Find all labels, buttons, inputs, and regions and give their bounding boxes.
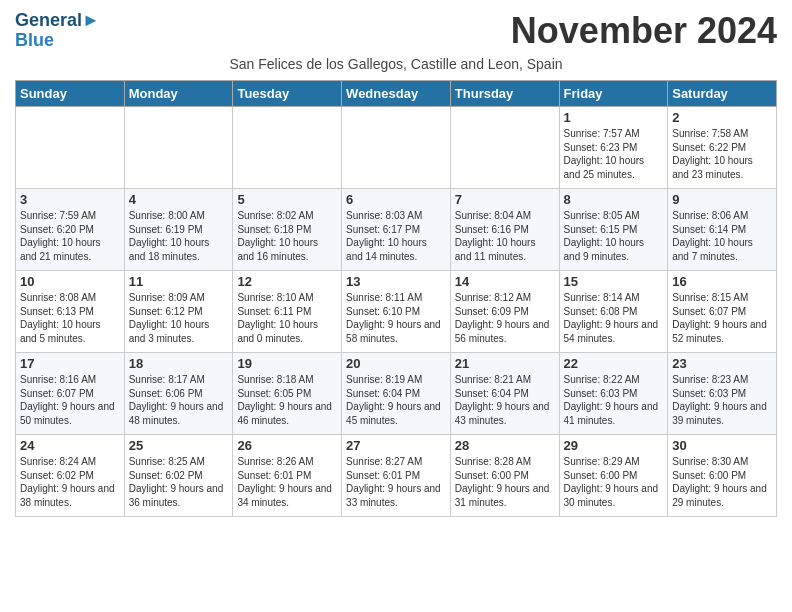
- calendar-cell: 29Sunrise: 8:29 AM Sunset: 6:00 PM Dayli…: [559, 435, 668, 517]
- calendar-table: SundayMondayTuesdayWednesdayThursdayFrid…: [15, 80, 777, 517]
- calendar-cell: 3Sunrise: 7:59 AM Sunset: 6:20 PM Daylig…: [16, 189, 125, 271]
- calendar-week-3: 17Sunrise: 8:16 AM Sunset: 6:07 PM Dayli…: [16, 353, 777, 435]
- day-info: Sunrise: 8:04 AM Sunset: 6:16 PM Dayligh…: [455, 209, 555, 263]
- calendar-cell: 20Sunrise: 8:19 AM Sunset: 6:04 PM Dayli…: [342, 353, 451, 435]
- day-number: 29: [564, 438, 664, 453]
- calendar-cell: 24Sunrise: 8:24 AM Sunset: 6:02 PM Dayli…: [16, 435, 125, 517]
- day-info: Sunrise: 8:06 AM Sunset: 6:14 PM Dayligh…: [672, 209, 772, 263]
- day-number: 3: [20, 192, 120, 207]
- calendar-page: General► Blue November 2024 San Felices …: [0, 0, 792, 532]
- day-info: Sunrise: 8:16 AM Sunset: 6:07 PM Dayligh…: [20, 373, 120, 427]
- day-number: 19: [237, 356, 337, 371]
- calendar-cell: 16Sunrise: 8:15 AM Sunset: 6:07 PM Dayli…: [668, 271, 777, 353]
- day-info: Sunrise: 7:58 AM Sunset: 6:22 PM Dayligh…: [672, 127, 772, 181]
- day-info: Sunrise: 7:59 AM Sunset: 6:20 PM Dayligh…: [20, 209, 120, 263]
- calendar-cell: 10Sunrise: 8:08 AM Sunset: 6:13 PM Dayli…: [16, 271, 125, 353]
- calendar-cell: 26Sunrise: 8:26 AM Sunset: 6:01 PM Dayli…: [233, 435, 342, 517]
- weekday-header-row: SundayMondayTuesdayWednesdayThursdayFrid…: [16, 81, 777, 107]
- day-number: 25: [129, 438, 229, 453]
- day-number: 10: [20, 274, 120, 289]
- day-number: 5: [237, 192, 337, 207]
- calendar-cell: 27Sunrise: 8:27 AM Sunset: 6:01 PM Dayli…: [342, 435, 451, 517]
- month-title: November 2024: [511, 10, 777, 52]
- subtitle: San Felices de los Gallegos, Castille an…: [15, 56, 777, 72]
- calendar-cell: 21Sunrise: 8:21 AM Sunset: 6:04 PM Dayli…: [450, 353, 559, 435]
- weekday-header-saturday: Saturday: [668, 81, 777, 107]
- day-number: 7: [455, 192, 555, 207]
- day-info: Sunrise: 8:17 AM Sunset: 6:06 PM Dayligh…: [129, 373, 229, 427]
- day-info: Sunrise: 8:03 AM Sunset: 6:17 PM Dayligh…: [346, 209, 446, 263]
- day-number: 23: [672, 356, 772, 371]
- day-number: 17: [20, 356, 120, 371]
- logo: General► Blue: [15, 11, 100, 51]
- calendar-cell: 11Sunrise: 8:09 AM Sunset: 6:12 PM Dayli…: [124, 271, 233, 353]
- day-number: 4: [129, 192, 229, 207]
- calendar-cell: 25Sunrise: 8:25 AM Sunset: 6:02 PM Dayli…: [124, 435, 233, 517]
- day-info: Sunrise: 8:23 AM Sunset: 6:03 PM Dayligh…: [672, 373, 772, 427]
- day-info: Sunrise: 8:09 AM Sunset: 6:12 PM Dayligh…: [129, 291, 229, 345]
- day-number: 21: [455, 356, 555, 371]
- day-info: Sunrise: 8:15 AM Sunset: 6:07 PM Dayligh…: [672, 291, 772, 345]
- calendar-cell: [450, 107, 559, 189]
- calendar-cell: 28Sunrise: 8:28 AM Sunset: 6:00 PM Dayli…: [450, 435, 559, 517]
- weekday-header-wednesday: Wednesday: [342, 81, 451, 107]
- logo-blue: Blue: [15, 31, 100, 51]
- calendar-cell: 30Sunrise: 8:30 AM Sunset: 6:00 PM Dayli…: [668, 435, 777, 517]
- day-number: 8: [564, 192, 664, 207]
- day-number: 20: [346, 356, 446, 371]
- day-info: Sunrise: 8:18 AM Sunset: 6:05 PM Dayligh…: [237, 373, 337, 427]
- day-info: Sunrise: 8:28 AM Sunset: 6:00 PM Dayligh…: [455, 455, 555, 509]
- day-info: Sunrise: 8:14 AM Sunset: 6:08 PM Dayligh…: [564, 291, 664, 345]
- weekday-header-thursday: Thursday: [450, 81, 559, 107]
- weekday-header-tuesday: Tuesday: [233, 81, 342, 107]
- day-info: Sunrise: 8:10 AM Sunset: 6:11 PM Dayligh…: [237, 291, 337, 345]
- calendar-week-1: 3Sunrise: 7:59 AM Sunset: 6:20 PM Daylig…: [16, 189, 777, 271]
- day-number: 9: [672, 192, 772, 207]
- day-info: Sunrise: 8:22 AM Sunset: 6:03 PM Dayligh…: [564, 373, 664, 427]
- calendar-week-2: 10Sunrise: 8:08 AM Sunset: 6:13 PM Dayli…: [16, 271, 777, 353]
- calendar-cell: 15Sunrise: 8:14 AM Sunset: 6:08 PM Dayli…: [559, 271, 668, 353]
- calendar-cell: 23Sunrise: 8:23 AM Sunset: 6:03 PM Dayli…: [668, 353, 777, 435]
- calendar-week-0: 1Sunrise: 7:57 AM Sunset: 6:23 PM Daylig…: [16, 107, 777, 189]
- calendar-cell: 14Sunrise: 8:12 AM Sunset: 6:09 PM Dayli…: [450, 271, 559, 353]
- calendar-cell: 1Sunrise: 7:57 AM Sunset: 6:23 PM Daylig…: [559, 107, 668, 189]
- day-number: 22: [564, 356, 664, 371]
- day-number: 24: [20, 438, 120, 453]
- header: General► Blue November 2024: [15, 10, 777, 52]
- calendar-cell: 13Sunrise: 8:11 AM Sunset: 6:10 PM Dayli…: [342, 271, 451, 353]
- calendar-cell: 4Sunrise: 8:00 AM Sunset: 6:19 PM Daylig…: [124, 189, 233, 271]
- day-info: Sunrise: 8:19 AM Sunset: 6:04 PM Dayligh…: [346, 373, 446, 427]
- day-number: 30: [672, 438, 772, 453]
- calendar-week-4: 24Sunrise: 8:24 AM Sunset: 6:02 PM Dayli…: [16, 435, 777, 517]
- calendar-cell: 18Sunrise: 8:17 AM Sunset: 6:06 PM Dayli…: [124, 353, 233, 435]
- calendar-cell: 7Sunrise: 8:04 AM Sunset: 6:16 PM Daylig…: [450, 189, 559, 271]
- calendar-cell: [124, 107, 233, 189]
- weekday-header-sunday: Sunday: [16, 81, 125, 107]
- calendar-cell: 17Sunrise: 8:16 AM Sunset: 6:07 PM Dayli…: [16, 353, 125, 435]
- day-info: Sunrise: 7:57 AM Sunset: 6:23 PM Dayligh…: [564, 127, 664, 181]
- calendar-cell: 22Sunrise: 8:22 AM Sunset: 6:03 PM Dayli…: [559, 353, 668, 435]
- day-number: 28: [455, 438, 555, 453]
- logo-text: General►: [15, 11, 100, 31]
- day-info: Sunrise: 8:05 AM Sunset: 6:15 PM Dayligh…: [564, 209, 664, 263]
- day-info: Sunrise: 8:11 AM Sunset: 6:10 PM Dayligh…: [346, 291, 446, 345]
- weekday-header-friday: Friday: [559, 81, 668, 107]
- day-number: 1: [564, 110, 664, 125]
- day-number: 18: [129, 356, 229, 371]
- calendar-cell: 6Sunrise: 8:03 AM Sunset: 6:17 PM Daylig…: [342, 189, 451, 271]
- day-number: 27: [346, 438, 446, 453]
- day-info: Sunrise: 8:25 AM Sunset: 6:02 PM Dayligh…: [129, 455, 229, 509]
- calendar-cell: [342, 107, 451, 189]
- day-number: 13: [346, 274, 446, 289]
- day-info: Sunrise: 8:08 AM Sunset: 6:13 PM Dayligh…: [20, 291, 120, 345]
- day-info: Sunrise: 8:30 AM Sunset: 6:00 PM Dayligh…: [672, 455, 772, 509]
- day-info: Sunrise: 8:29 AM Sunset: 6:00 PM Dayligh…: [564, 455, 664, 509]
- calendar-body: 1Sunrise: 7:57 AM Sunset: 6:23 PM Daylig…: [16, 107, 777, 517]
- day-info: Sunrise: 8:02 AM Sunset: 6:18 PM Dayligh…: [237, 209, 337, 263]
- day-number: 6: [346, 192, 446, 207]
- day-info: Sunrise: 8:26 AM Sunset: 6:01 PM Dayligh…: [237, 455, 337, 509]
- day-number: 12: [237, 274, 337, 289]
- calendar-cell: 12Sunrise: 8:10 AM Sunset: 6:11 PM Dayli…: [233, 271, 342, 353]
- day-info: Sunrise: 8:12 AM Sunset: 6:09 PM Dayligh…: [455, 291, 555, 345]
- day-info: Sunrise: 8:27 AM Sunset: 6:01 PM Dayligh…: [346, 455, 446, 509]
